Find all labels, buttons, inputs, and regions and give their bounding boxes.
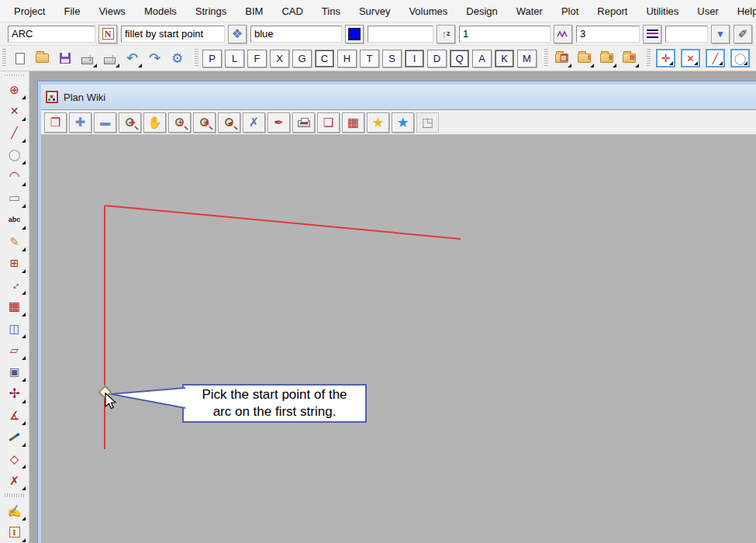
- models-toolbar-grip[interactable]: [544, 49, 548, 67]
- import-button[interactable]: ↓: [77, 48, 98, 68]
- plan-window-titlebar[interactable]: Plan Wiki: [41, 85, 756, 109]
- menu-views[interactable]: Views: [89, 0, 134, 22]
- menu-plot[interactable]: Plot: [552, 0, 588, 22]
- settings-gear-button[interactable]: ⚙: [167, 48, 188, 68]
- create-point-button[interactable]: ⊕: [3, 78, 26, 100]
- brush-button[interactable]: ✒: [268, 112, 290, 133]
- window-copy-button[interactable]: ◫: [3, 317, 26, 339]
- snap-toggle-h[interactable]: H: [337, 50, 357, 67]
- name-picker-button[interactable]: N: [98, 25, 117, 43]
- delete-point-button[interactable]: ✗: [3, 469, 26, 491]
- create-circle-button[interactable]: ◯: [3, 144, 26, 165]
- cross-strings-button[interactable]: ✕: [3, 100, 26, 122]
- export-button[interactable]: ↑: [99, 48, 120, 68]
- snap-toggle-x[interactable]: X: [270, 50, 289, 67]
- move-button[interactable]: ✢: [3, 382, 26, 404]
- create-rectangle-button[interactable]: ▭: [3, 187, 26, 209]
- copy-view-button[interactable]: ❏: [317, 112, 340, 133]
- menu-strings[interactable]: Strings: [186, 0, 236, 22]
- snap-toggle-l[interactable]: L: [225, 50, 244, 67]
- cad-circle-button[interactable]: ◯: [730, 49, 750, 67]
- model-picker-button[interactable]: ❖: [228, 25, 247, 43]
- save-button[interactable]: [54, 48, 75, 68]
- angle-measure-button[interactable]: ∡: [3, 404, 26, 426]
- menu-utilities[interactable]: Utilities: [637, 0, 688, 22]
- snap-toggle-t[interactable]: T: [360, 50, 379, 67]
- drawing-tools-grip[interactable]: [5, 74, 25, 76]
- snap-toggle-q[interactable]: Q: [450, 50, 469, 67]
- menu-project[interactable]: Project: [5, 0, 54, 22]
- cad-line-button[interactable]: ╱: [706, 49, 725, 67]
- grid-table-button[interactable]: ▦: [3, 296, 26, 317]
- menu-cad[interactable]: CAD: [272, 0, 312, 22]
- polygon-button[interactable]: ▱: [3, 339, 26, 361]
- polygon-points-button[interactable]: ◇: [3, 448, 26, 469]
- plan-windows-button[interactable]: ❐: [44, 112, 67, 133]
- menu-models[interactable]: Models: [135, 0, 186, 22]
- redo-button[interactable]: ↷: [144, 48, 165, 68]
- view-grid-button[interactable]: ▦: [342, 112, 364, 133]
- colour-swatch-button[interactable]: [345, 25, 364, 43]
- pan-hand-button[interactable]: ✋: [143, 112, 166, 133]
- cad-point-button[interactable]: ✛: [656, 49, 675, 67]
- zoom-extents-button[interactable]: ✳: [193, 112, 216, 133]
- menu-volumes[interactable]: Volumes: [399, 0, 457, 22]
- linestyle-input[interactable]: [576, 26, 640, 43]
- zoom-previous-button[interactable]: ◂: [218, 112, 240, 133]
- zoom-out-button[interactable]: ▬: [94, 112, 116, 133]
- menu-survey[interactable]: Survey: [350, 0, 399, 22]
- zoom-pan-button[interactable]: ✢: [119, 112, 141, 133]
- sketch-button[interactable]: ✍: [3, 500, 26, 521]
- layout-window-button[interactable]: ◳: [416, 112, 439, 133]
- snap-toggle-i[interactable]: I: [405, 50, 424, 67]
- star-blue-button[interactable]: ★: [392, 112, 414, 133]
- height-picker-button[interactable]: ↑z: [437, 25, 455, 43]
- weight-input[interactable]: [459, 26, 551, 43]
- print-button[interactable]: [292, 112, 315, 133]
- zoom-in-button[interactable]: ✚: [69, 112, 91, 133]
- menu-water[interactable]: Water: [507, 0, 552, 22]
- folder-cube-button[interactable]: ❒: [551, 48, 572, 68]
- colour-input[interactable]: [250, 26, 342, 43]
- file-toolbar-grip[interactable]: [2, 49, 6, 67]
- menu-design[interactable]: Design: [457, 0, 506, 22]
- create-arc-button[interactable]: ◠: [3, 165, 26, 187]
- zoom-dynamic-button[interactable]: ±: [168, 112, 191, 133]
- create-text-button[interactable]: abc: [3, 209, 26, 230]
- measure-line-button[interactable]: ↔: [3, 274, 26, 296]
- menu-user[interactable]: User: [688, 0, 727, 22]
- folder-gears1-button[interactable]: !: [574, 48, 595, 68]
- menu-file[interactable]: File: [54, 0, 89, 22]
- cad-cross-button[interactable]: ✕: [681, 49, 700, 67]
- cad-toolbar-grip[interactable]: [647, 49, 651, 67]
- menu-help[interactable]: Help: [728, 0, 756, 22]
- extra-input[interactable]: [665, 26, 708, 43]
- snap-toggle-s[interactable]: S: [382, 50, 402, 67]
- undo-button[interactable]: ↶: [122, 48, 143, 68]
- snap-toggle-f[interactable]: F: [247, 50, 267, 67]
- snap-toggle-g[interactable]: G: [292, 50, 312, 67]
- dropdown-button[interactable]: ▼: [711, 25, 730, 43]
- menu-report[interactable]: Report: [588, 0, 637, 22]
- new-document-button[interactable]: [9, 48, 30, 68]
- snap-toggle-m[interactable]: M: [517, 50, 537, 67]
- snap-cross-button[interactable]: ✗: [243, 112, 265, 133]
- folder-gears2-button[interactable]: !!: [596, 48, 617, 68]
- image-point-button[interactable]: ▣: [3, 361, 26, 382]
- plan-canvas[interactable]: Pick the start point of the arc on the f…: [41, 135, 756, 543]
- snap-toggle-k[interactable]: K: [495, 50, 514, 67]
- name-input[interactable]: [8, 26, 95, 43]
- open-folder-button[interactable]: [32, 48, 53, 68]
- snap-toggle-c[interactable]: C: [315, 50, 334, 67]
- paste-point-button[interactable]: ⊞: [3, 252, 26, 274]
- snap-toggle-a[interactable]: A: [472, 50, 492, 67]
- eyedropper-button[interactable]: ✐: [734, 25, 752, 43]
- height-input[interactable]: [368, 26, 433, 43]
- snap-toggle-p[interactable]: P: [202, 50, 222, 67]
- snaps-toolbar-grip[interactable]: [195, 49, 198, 67]
- menu-tins[interactable]: Tins: [312, 0, 350, 22]
- snap-toggle-d[interactable]: D: [427, 50, 447, 67]
- folder-gears3-button[interactable]: !!!: [619, 48, 640, 68]
- menu-bim[interactable]: BIM: [236, 0, 272, 22]
- create-line-button[interactable]: ╱: [3, 122, 26, 144]
